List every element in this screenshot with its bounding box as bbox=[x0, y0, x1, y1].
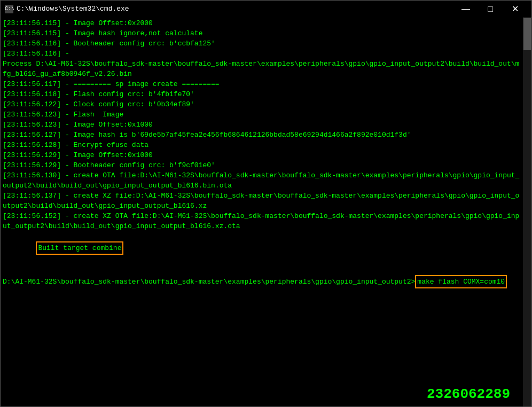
line-4: [23:11:56.116] - bbox=[1, 49, 523, 59]
line-empty bbox=[1, 265, 523, 275]
line-15: [23:11:56.130] - create OTA file:D:\AI-M… bbox=[1, 170, 523, 191]
title-bar: C:\ C:\Windows\System32\cmd.exe — □ ✕ bbox=[0, 0, 532, 17]
line-11: [23:11:56.127] - Image hash is b'69de5b7… bbox=[1, 130, 523, 140]
line-8: [23:11:56.122] - Clock config crc: b'0b3… bbox=[1, 99, 523, 109]
line-3: [23:11:56.116] - Bootheader config crc: … bbox=[1, 38, 523, 49]
window-controls: — □ ✕ bbox=[453, 1, 527, 18]
line-7: [23:11:56.118] - Flash config crc: b'4fb… bbox=[1, 89, 523, 99]
window-title: C:\Windows\System32\cmd.exe bbox=[17, 5, 453, 13]
scrollbar-thumb[interactable] bbox=[523, 18, 531, 50]
cmd-icon: C:\ bbox=[5, 5, 13, 13]
cmd-window: C:\ C:\Windows\System32\cmd.exe — □ ✕ [2… bbox=[0, 0, 532, 407]
line-9: [23:11:56.123] - Flash Image bbox=[1, 109, 523, 120]
scrollbar[interactable] bbox=[523, 17, 531, 406]
line-16: [23:11:56.137] - create XZ file:D:\AI-M6… bbox=[1, 191, 523, 211]
line-14: [23:11:56.129] - Bootheader config crc: … bbox=[1, 160, 523, 170]
line-1: [23:11:56.115] - Image Offset:0x2000 bbox=[1, 18, 523, 28]
built-target-line: Built target combine bbox=[1, 231, 523, 265]
make-flash-cmd: make flash COMX=com10 bbox=[415, 275, 507, 288]
make-flash-line: D:\AI-M61-32S\bouffalo_sdk-master\bouffa… bbox=[1, 275, 523, 288]
minimize-button[interactable]: — bbox=[453, 1, 478, 18]
terminal-content: [23:11:56.115] - Image Offset:0x2000 [23… bbox=[1, 17, 523, 406]
line-5: Process D:\AI-M61-32S\bouffalo_sdk-maste… bbox=[1, 59, 523, 79]
line-10: [23:11:56.123] - Image Offset:0x1000 bbox=[1, 120, 523, 130]
line-17: [23:11:56.152] - create XZ OTA file:D:\A… bbox=[1, 211, 523, 231]
line-2: [23:11:56.115] - Image hash ignore,not c… bbox=[1, 28, 523, 38]
line-6: [23:11:56.117] - ========= sp image crea… bbox=[1, 79, 523, 89]
close-button[interactable]: ✕ bbox=[503, 1, 527, 18]
terminal-area: [23:11:56.115] - Image Offset:0x2000 [23… bbox=[0, 17, 532, 407]
line-13: [23:11:56.129] - Image Offset:0x1000 bbox=[1, 150, 523, 160]
built-target-text: Built target combine bbox=[36, 241, 123, 255]
maximize-button[interactable]: □ bbox=[478, 1, 503, 18]
line-12: [23:11:56.128] - Encrypt efuse data bbox=[1, 140, 523, 150]
bottom-number: 2326062289 bbox=[427, 386, 510, 402]
